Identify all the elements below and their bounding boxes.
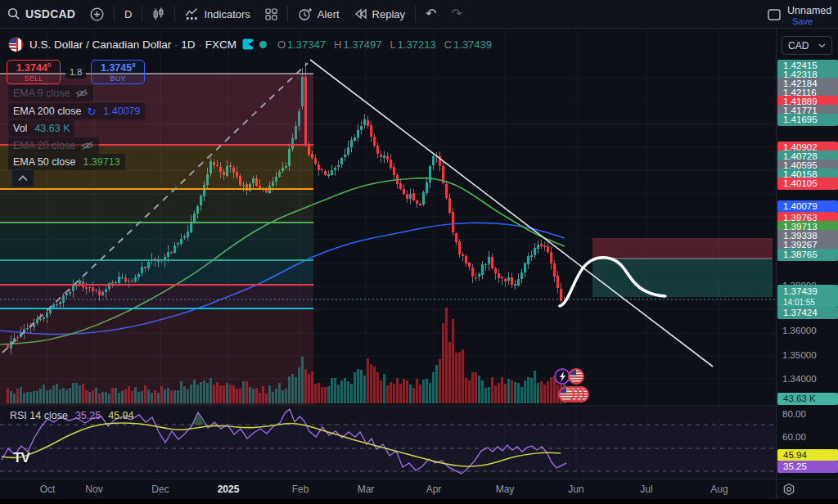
chevron-down-icon <box>818 43 826 48</box>
collapse-legend-button[interactable] <box>11 169 34 187</box>
indicators-button[interactable]: Indicators <box>178 3 257 25</box>
redo-icon: ↷ <box>451 7 462 20</box>
panel-layout-icon[interactable] <box>768 9 781 20</box>
flag-marker-icon[interactable] <box>242 38 254 50</box>
indicator-row-vol[interactable]: Vol43.63 K <box>8 120 74 137</box>
undo-button[interactable]: ↶ <box>418 3 444 25</box>
time-axis-label: Feb <box>292 484 309 495</box>
tradingview-logo[interactable]: TV <box>13 450 29 466</box>
price-scale-label: 80.00 <box>777 408 838 421</box>
indicator-templates-button[interactable] <box>258 3 285 25</box>
price-scale-label: 1.34000 <box>777 373 838 385</box>
tradingview-app: USDCAD D Indicators <box>0 0 838 504</box>
replay-label: Replay <box>372 8 405 20</box>
price-scale-label: 1.38765 <box>777 249 838 261</box>
usdcad-flag-icon <box>8 37 24 52</box>
save-button[interactable]: Save <box>787 16 838 26</box>
buy-button[interactable]: 1.37458 BUY <box>91 60 145 84</box>
indicators-label: Indicators <box>204 8 250 20</box>
time-axis[interactable]: OctNovDec2025FebMarAprMayJunJulAug <box>0 479 838 500</box>
trade-panel: 1.37440 SELL 1.8 1.37458 BUY <box>7 60 145 84</box>
axis-corner-separator <box>776 479 777 500</box>
symbol-title: U.S. Dollar / Canadian Dollar · 1D · FXC… <box>29 38 237 51</box>
currency-label: CAD <box>788 40 809 52</box>
time-axis-label: Oct <box>40 484 56 495</box>
indicator-value: 1.39713 <box>83 156 119 168</box>
eye-hidden-icon[interactable] <box>75 88 88 98</box>
layout-name[interactable]: Unnamed <box>787 6 838 16</box>
price-scale-label: 1.40105 <box>777 178 838 190</box>
bottom-edge <box>0 499 838 504</box>
spread-value: 1.8 <box>65 65 86 79</box>
rsi-label: RSI 14 close <box>10 410 68 421</box>
indicator-label: EMA 20 close <box>13 140 75 151</box>
alert-clock-icon <box>298 7 313 21</box>
interval-button[interactable]: D <box>117 3 139 25</box>
compare-button[interactable] <box>83 3 111 25</box>
interval-label: D <box>124 8 132 20</box>
price-scale-label: 43.63 K <box>777 393 838 405</box>
search-icon <box>7 7 20 20</box>
toolbar-separator <box>287 6 288 22</box>
time-axis-label: Dec <box>151 484 169 495</box>
gear-icon[interactable] <box>782 483 795 496</box>
projection-box[interactable] <box>592 238 773 297</box>
time-axis-label: Jun <box>568 484 583 495</box>
currency-dropdown[interactable]: CAD <box>782 36 832 55</box>
price-scale-label: 1.35000 <box>777 349 838 362</box>
price-scale-label: 1.36000 <box>777 325 838 337</box>
undo-icon: ↶ <box>426 7 436 20</box>
price-scale[interactable]: CAD 1.424151.423181.421841.421161.418891… <box>776 28 838 479</box>
toolbar-separator <box>415 6 416 22</box>
price-scale-label: 1.40079 <box>777 200 838 213</box>
grid-icon <box>265 8 277 20</box>
time-axis-label: Aug <box>710 484 728 495</box>
ohlc-values: O1.37347 H1.37497 L1.37213 C1.37439 <box>277 38 492 51</box>
indicator-row-ema-20-close[interactable]: EMA 20 close <box>8 137 99 154</box>
toolbar-separator <box>142 6 142 22</box>
replay-button[interactable]: Replay <box>347 3 412 25</box>
indicators-icon <box>185 7 199 20</box>
indicator-label: Vol <box>13 123 27 134</box>
market-status-icon[interactable] <box>259 41 267 48</box>
price-scale-label: 1.37424 <box>777 307 838 319</box>
alert-label: Alert <box>318 8 340 20</box>
redo-button[interactable]: ↷ <box>444 3 469 25</box>
replay-icon <box>354 8 367 20</box>
indicator-label: EMA 50 close <box>13 156 75 168</box>
eye-hidden-icon[interactable] <box>81 141 94 151</box>
toolbar-separator <box>174 6 175 22</box>
plus-circle-icon <box>90 7 104 21</box>
time-axis-label: Nov <box>85 484 102 495</box>
indicator-value: 1.40079 <box>103 106 140 117</box>
top-toolbar: USDCAD D Indicators <box>0 0 838 29</box>
rsi-legend[interactable]: RSI 14 close 35.25 45.94 <box>10 410 133 421</box>
indicator-label: EMA 9 close <box>13 88 70 99</box>
time-axis-label: Mar <box>358 484 375 495</box>
indicator-value: 43.63 K <box>34 123 70 134</box>
chart-style-button[interactable] <box>145 3 172 25</box>
price-scale-label: 45.94 <box>777 449 838 461</box>
indicator-row-ema-50-close[interactable]: EMA 50 close1.39713 <box>8 154 125 170</box>
chevron-up-icon <box>18 175 28 182</box>
time-axis-label: Jul <box>640 484 652 495</box>
sync-icon: ↻ <box>87 106 96 118</box>
toolbar-right: Unnamed Save <box>768 2 838 26</box>
price-scale-label: 35.25 <box>777 461 838 473</box>
symbol-search-button[interactable]: USDCAD <box>0 3 83 25</box>
alert-button[interactable]: Alert <box>291 3 347 25</box>
price-scale-label: 60.00 <box>777 431 838 443</box>
time-axis-label: 2025 <box>218 484 240 495</box>
rsi-value: 35.25 <box>75 410 101 421</box>
time-axis-label: May <box>496 484 515 495</box>
indicator-label: EMA 200 close <box>13 106 81 117</box>
sell-button[interactable]: 1.37440 SELL <box>7 60 61 84</box>
indicator-row-ema-9-close[interactable]: EMA 9 close <box>8 85 93 101</box>
symbol-name: USDCAD <box>25 7 75 20</box>
indicator-row-ema-200-close[interactable]: EMA 200 close↻1.40079 <box>8 103 145 119</box>
toolbar-separator <box>114 6 115 22</box>
symbol-legend[interactable]: U.S. Dollar / Canadian Dollar · 1D · FXC… <box>8 36 492 52</box>
candlestick-icon <box>152 7 164 21</box>
price-scale-label: 1.41695 <box>777 114 838 126</box>
time-axis-label: Apr <box>426 484 442 495</box>
